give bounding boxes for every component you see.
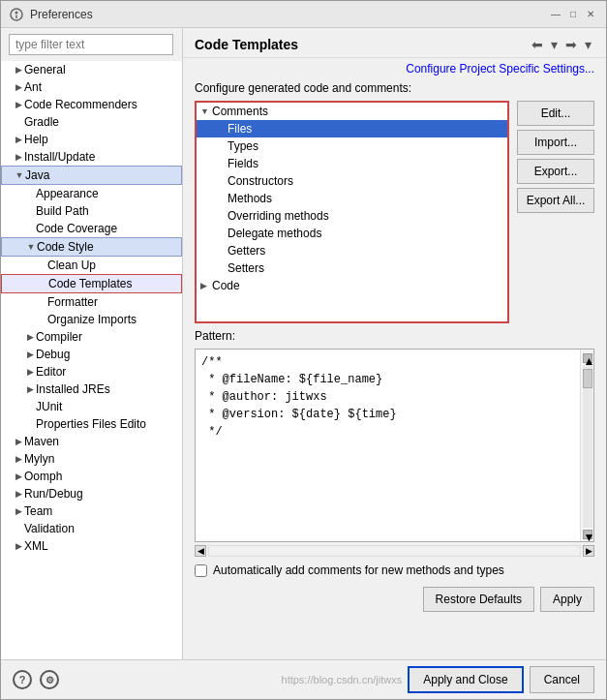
sidebar-item-installed-jres[interactable]: ▶ Installed JREs	[1, 380, 182, 398]
h-scroll-right[interactable]: ▶	[583, 545, 594, 557]
sidebar-item-team[interactable]: ▶ Team	[1, 502, 182, 520]
pattern-scrollbar: ▲ ▼	[580, 350, 593, 541]
arrow-icon: ▶	[24, 350, 36, 359]
pattern-text-content: /** * @fileName: ${file_name} * @author:…	[196, 350, 580, 541]
right-panel: Code Templates ⬅ ▾ ➡ ▾ Configure Project…	[183, 28, 606, 659]
tree-item-files[interactable]: ▶ Files	[197, 120, 507, 137]
tree-item-delegate-methods[interactable]: ▶ Delegate methods	[197, 225, 507, 242]
arrow-icon: ▶	[13, 437, 24, 446]
sidebar-item-java[interactable]: ▼ Java	[1, 166, 182, 185]
apply-button[interactable]: Apply	[540, 587, 594, 612]
sidebar-item-properties-files[interactable]: ▶ Properties Files Edito	[1, 415, 182, 433]
scrollbar-up-arrow[interactable]: ▲	[583, 353, 592, 363]
templates-area: ▼ Comments ▶ Files ▶ Types ▶ Fields	[183, 101, 606, 323]
pattern-label: Pattern:	[195, 329, 594, 343]
sidebar-item-junit[interactable]: ▶ JUnit	[1, 398, 182, 415]
window-controls: — □ ✕	[548, 7, 598, 22]
tree-item-code[interactable]: ▶ Code	[197, 277, 507, 294]
sidebar-item-build-path[interactable]: ▶ Build Path	[1, 202, 182, 220]
arrow-icon: ▶	[13, 506, 24, 516]
nav-dropdown-button[interactable]: ▾	[548, 36, 561, 53]
sidebar-item-mylyn[interactable]: ▶ Mylyn	[1, 450, 182, 468]
scrollbar-thumb[interactable]	[583, 369, 592, 388]
panel-nav: ⬅ ▾ ➡ ▾	[529, 36, 594, 53]
tree-action-buttons: Edit... Import... Export... Export All..…	[517, 101, 594, 323]
h-scroll-left[interactable]: ◀	[195, 545, 206, 557]
scrollbar-down-arrow[interactable]: ▼	[583, 530, 592, 539]
sidebar-item-help[interactable]: ▶ Help	[1, 131, 182, 148]
search-bar	[1, 28, 182, 61]
sidebar-item-general[interactable]: ▶ General	[1, 61, 182, 78]
sidebar-item-code-style[interactable]: ▼ Code Style	[1, 237, 182, 257]
sidebar-item-compiler[interactable]: ▶ Compiler	[1, 328, 182, 346]
arrow-icon: ▶	[13, 489, 24, 499]
window-icon	[9, 7, 24, 22]
sidebar: ▶ General ▶ Ant ▶ Code Recommenders ▶ Gr…	[1, 28, 183, 659]
sidebar-item-debug[interactable]: ▶ Debug	[1, 346, 182, 363]
nav-back-button[interactable]: ⬅	[529, 36, 546, 53]
h-scroll-track	[208, 545, 581, 557]
export-all-button[interactable]: Export All...	[517, 188, 594, 213]
arrow-icon: ▼	[25, 242, 37, 252]
auto-comment-checkbox[interactable]	[195, 564, 207, 577]
sidebar-item-gradle[interactable]: ▶ Gradle	[1, 113, 182, 131]
sidebar-item-maven[interactable]: ▶ Maven	[1, 433, 182, 450]
sidebar-item-xml[interactable]: ▶ XML	[1, 537, 182, 555]
minimize-button[interactable]: —	[548, 7, 563, 22]
apply-and-close-button[interactable]: Apply and Close	[408, 666, 523, 693]
main-content: ▶ General ▶ Ant ▶ Code Recommenders ▶ Gr…	[1, 28, 606, 659]
sidebar-item-validation[interactable]: ▶ Validation	[1, 520, 182, 537]
arrow-icon: ▶	[13, 100, 24, 109]
footer-left: ? ⚙	[13, 670, 276, 689]
tree-item-methods[interactable]: ▶ Methods	[197, 190, 507, 207]
preferences-window: Preferences — □ ✕ ▶ General ▶ Ant	[0, 0, 607, 700]
sidebar-item-formatter[interactable]: ▶ Formatter	[1, 293, 182, 311]
tree-item-constructors[interactable]: ▶ Constructors	[197, 172, 507, 190]
sidebar-item-clean-up[interactable]: ▶ Clean Up	[1, 257, 182, 274]
pattern-section: Pattern:	[183, 323, 606, 349]
tree-item-setters[interactable]: ▶ Setters	[197, 259, 507, 277]
sidebar-item-code-coverage[interactable]: ▶ Code Coverage	[1, 220, 182, 237]
bottom-action-buttons: Restore Defaults Apply	[183, 581, 606, 618]
sidebar-item-code-recommenders[interactable]: ▶ Code Recommenders	[1, 96, 182, 113]
arrow-icon: ▼	[14, 170, 25, 180]
sidebar-item-install-update[interactable]: ▶ Install/Update	[1, 148, 182, 166]
tree-item-overriding-methods[interactable]: ▶ Overriding methods	[197, 207, 507, 225]
import-button[interactable]: Import...	[517, 130, 594, 155]
settings-icon[interactable]: ⚙	[40, 670, 59, 689]
sidebar-item-code-templates[interactable]: ▶ Code Templates	[1, 274, 182, 293]
config-link-area: Configure Project Specific Settings...	[183, 58, 606, 79]
sidebar-item-oomph[interactable]: ▶ Oomph	[1, 468, 182, 485]
arrow-icon: ▶	[24, 367, 36, 377]
templates-tree[interactable]: ▼ Comments ▶ Files ▶ Types ▶ Fields	[195, 101, 509, 323]
tree-item-comments[interactable]: ▼ Comments	[197, 103, 507, 120]
tree-item-getters[interactable]: ▶ Getters	[197, 242, 507, 259]
arrow-icon: ▶	[13, 65, 24, 75]
edit-button[interactable]: Edit...	[517, 101, 594, 126]
restore-defaults-button[interactable]: Restore Defaults	[423, 587, 534, 612]
sidebar-item-organize-imports[interactable]: ▶ Organize Imports	[1, 311, 182, 328]
sidebar-item-editor[interactable]: ▶ Editor	[1, 363, 182, 380]
arrow-icon: ▶	[13, 541, 24, 551]
sidebar-tree: ▶ General ▶ Ant ▶ Code Recommenders ▶ Gr…	[1, 61, 182, 555]
export-button[interactable]: Export...	[517, 159, 594, 184]
search-input[interactable]	[9, 34, 173, 55]
arrow-icon: ▶	[13, 152, 24, 162]
h-scrollbar: ◀ ▶	[195, 544, 594, 558]
close-button[interactable]: ✕	[583, 7, 598, 22]
sidebar-item-appearance[interactable]: ▶ Appearance	[1, 185, 182, 202]
tree-arrow-icon: ▶	[200, 281, 212, 290]
nav-dropdown2-button[interactable]: ▾	[582, 36, 594, 53]
nav-forward-button[interactable]: ➡	[562, 36, 580, 53]
cancel-button[interactable]: Cancel	[530, 666, 594, 693]
tree-item-types[interactable]: ▶ Types	[197, 137, 507, 155]
sidebar-item-ant[interactable]: ▶ Ant	[1, 78, 182, 96]
tree-item-fields[interactable]: ▶ Fields	[197, 155, 507, 172]
config-specific-link[interactable]: Configure Project Specific Settings...	[406, 62, 594, 76]
help-url: https://blog.csdn.cn/jitwxs	[282, 674, 403, 685]
maximize-button[interactable]: □	[565, 7, 581, 22]
pattern-editor[interactable]: /** * @fileName: ${file_name} * @author:…	[195, 349, 594, 542]
panel-title: Code Templates	[195, 37, 298, 52]
sidebar-item-run-debug[interactable]: ▶ Run/Debug	[1, 485, 182, 502]
help-icon[interactable]: ?	[13, 670, 32, 689]
